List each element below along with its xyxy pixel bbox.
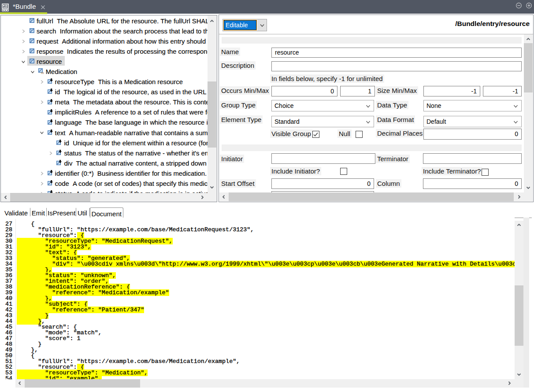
svg-text:m: m (41, 71, 44, 74)
